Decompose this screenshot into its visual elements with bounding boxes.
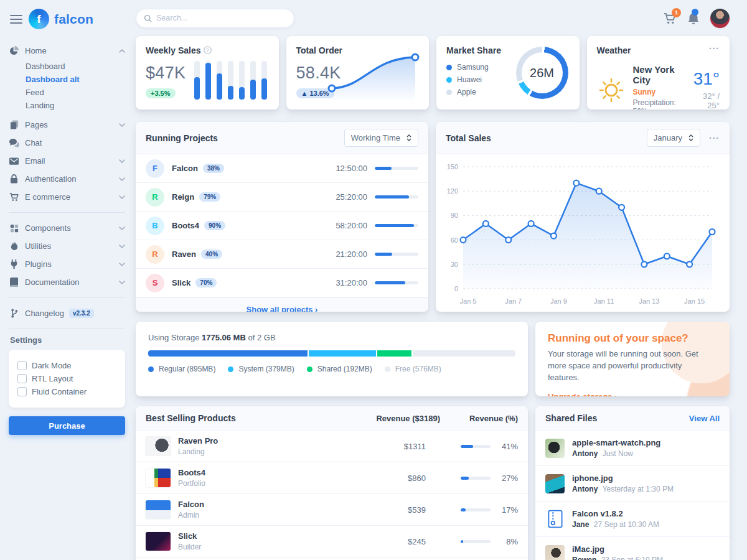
- legend-dot: [446, 65, 452, 70]
- shared-file-row[interactable]: apple-smart-watch.png Antony Just Now: [535, 431, 730, 466]
- hamburger-menu-icon[interactable]: [10, 12, 22, 26]
- working-time-select[interactable]: Working Time: [344, 129, 418, 147]
- question-circle-icon[interactable]: ?: [204, 46, 212, 54]
- sidebar-item-changelog[interactable]: Changelog v2.3.2: [9, 304, 125, 322]
- card-menu-icon[interactable]: ···: [709, 45, 720, 52]
- product-percent-bar: [461, 508, 491, 511]
- card-title: Weekly Sales: [146, 45, 200, 55]
- project-percent-badge: 79%: [199, 192, 220, 202]
- sidebar-divider: [9, 212, 125, 213]
- storage-card: Using Storage 1775.06 MB of 2 GB Regular…: [136, 322, 528, 396]
- topbar: 1: [136, 0, 730, 36]
- search-box[interactable]: [136, 9, 294, 28]
- svg-text:Jan 13: Jan 13: [639, 297, 659, 305]
- rtl-layout-checkbox[interactable]: [17, 374, 27, 383]
- product-row[interactable]: Raven Pro Landing $1311 41%: [136, 431, 528, 462]
- project-time: 21:20:00: [336, 250, 367, 259]
- purchase-button[interactable]: Purchase: [9, 416, 125, 435]
- sort-icon: [406, 134, 411, 141]
- project-name: Reign: [172, 192, 194, 202]
- product-row[interactable]: [136, 558, 528, 560]
- shared-file-row[interactable]: Falcon v1.8.2 Jane 27 Sep at 10:30 AM: [535, 502, 730, 537]
- sidebar-item-dashboard[interactable]: Dashboard: [9, 60, 125, 73]
- sidebar-item-pages[interactable]: Pages: [9, 116, 125, 134]
- product-percent-bar: [461, 445, 491, 448]
- product-percent: 17%: [498, 505, 518, 515]
- project-name: Slick: [172, 278, 190, 287]
- project-row[interactable]: R Raven 40% 21:20:00: [136, 240, 428, 269]
- search-input[interactable]: [156, 14, 286, 22]
- file-name: iphone.jpg: [572, 474, 674, 483]
- product-thumbnail: [146, 500, 171, 519]
- notifications-button[interactable]: [688, 12, 699, 24]
- svg-text:60: 60: [451, 236, 458, 244]
- product-row[interactable]: Boots4 Portfolio $860 27%: [136, 462, 528, 494]
- storage-segment-shared: [377, 350, 411, 357]
- sidebar-item-home[interactable]: Home: [9, 42, 125, 60]
- sidebar-item-email[interactable]: Email: [9, 152, 125, 170]
- upgrade-storage-card: Running out of your space? Your storage …: [535, 322, 730, 396]
- sidebar-item-plugins[interactable]: Plugins: [9, 255, 125, 273]
- user-avatar[interactable]: [710, 9, 730, 28]
- project-progress-bar: [375, 253, 418, 256]
- cart-button[interactable]: 1: [664, 12, 677, 24]
- sidebar-item-components[interactable]: Components: [9, 219, 125, 237]
- project-row[interactable]: B Boots4 90% 58:20:00: [136, 212, 428, 240]
- sidebar-item-utilities[interactable]: Utilities: [9, 237, 125, 255]
- chevron-down-icon: [119, 195, 125, 199]
- project-row[interactable]: R Reign 79% 25:20:00: [136, 183, 428, 212]
- weather-condition: Sunny: [633, 88, 686, 96]
- card-menu-icon[interactable]: ···: [709, 135, 720, 141]
- sidebar-item-feed[interactable]: Feed: [9, 86, 125, 99]
- file-archive-icon: [545, 510, 565, 529]
- product-name: Falcon: [178, 500, 204, 509]
- notification-indicator: [692, 9, 698, 16]
- sidebar-item-authentication[interactable]: Authentication: [9, 170, 125, 188]
- view-all-link[interactable]: View All: [689, 414, 720, 423]
- sidebar-item-ecommerce[interactable]: E commerce: [9, 188, 125, 206]
- show-all-projects-link[interactable]: Show all projects ›: [247, 305, 318, 312]
- chevron-down-icon: [119, 226, 125, 230]
- storage-segment-system: [309, 350, 376, 357]
- sidebar-item-dashboard-alt[interactable]: Dashboard alt: [9, 73, 125, 86]
- svg-text:120: 120: [447, 187, 458, 195]
- file-time: Yesterday at 1:30 PM: [603, 485, 674, 493]
- sidebar-divider: [9, 329, 125, 329]
- month-select[interactable]: January: [647, 129, 700, 147]
- project-time: 58:20:00: [336, 221, 367, 230]
- product-thumbnail: [146, 437, 171, 455]
- sun-icon: [597, 76, 626, 105]
- shared-file-row[interactable]: iMac.jpg Rowen 23 Sep at 6:10 PM: [535, 537, 730, 560]
- storage-summary: Using Storage 1775.06 MB of 2 GB: [148, 333, 515, 342]
- weekly-sales-chart: [194, 61, 268, 100]
- running-projects-card: Running Projects Working Time F Falcon 3…: [136, 122, 428, 312]
- rtl-layout-toggle[interactable]: RTL Layout: [17, 374, 116, 383]
- upgrade-storage-link[interactable]: Upgrade storage ›: [548, 392, 617, 396]
- fluid-container-toggle[interactable]: Fluid Container: [17, 387, 116, 396]
- shared-file-row[interactable]: iphone.jpg Antony Yesterday at 1:30 PM: [535, 466, 730, 502]
- project-row[interactable]: S Slick 70% 31:20:00: [136, 269, 428, 297]
- best-selling-products-card: Best Selling Products Revenue ($3189) Re…: [136, 406, 528, 560]
- project-progress-bar: [375, 167, 418, 170]
- falcon-logo[interactable]: f falcon: [29, 9, 93, 29]
- sidebar-item-landing[interactable]: Landing: [9, 99, 125, 112]
- product-thumbnail: [146, 532, 171, 551]
- dark-mode-toggle[interactable]: Dark Mode: [17, 361, 116, 370]
- project-row[interactable]: F Falcon 38% 12:50:00: [136, 154, 428, 183]
- sidebar-item-documentation[interactable]: Documentation: [9, 273, 125, 291]
- falcon-logo-icon: f: [29, 9, 49, 29]
- weather-card: Weather ··· New York: [587, 36, 730, 110]
- product-row[interactable]: Slick Builder $245 8%: [136, 526, 528, 558]
- dark-mode-checkbox[interactable]: [17, 361, 27, 370]
- main-content: 1 Weekly Sales ? $47K +3.5% Total Order …: [134, 0, 730, 560]
- file-time: 23 Sep at 6:10 PM: [601, 556, 663, 560]
- product-row[interactable]: Falcon Admin $539 17%: [136, 494, 528, 526]
- chevron-down-icon: [119, 123, 125, 127]
- sidebar-item-chat[interactable]: Chat: [9, 134, 125, 152]
- chevron-down-icon: [119, 159, 125, 163]
- fluid-container-checkbox[interactable]: [17, 387, 27, 396]
- project-time: 31:20:00: [336, 278, 367, 287]
- svg-text:150: 150: [447, 163, 458, 170]
- total-sales-line-chart: 0306090120150Jan 5Jan 7Jan 9Jan 11Jan 13…: [438, 158, 722, 310]
- settings-heading: Settings: [10, 335, 125, 345]
